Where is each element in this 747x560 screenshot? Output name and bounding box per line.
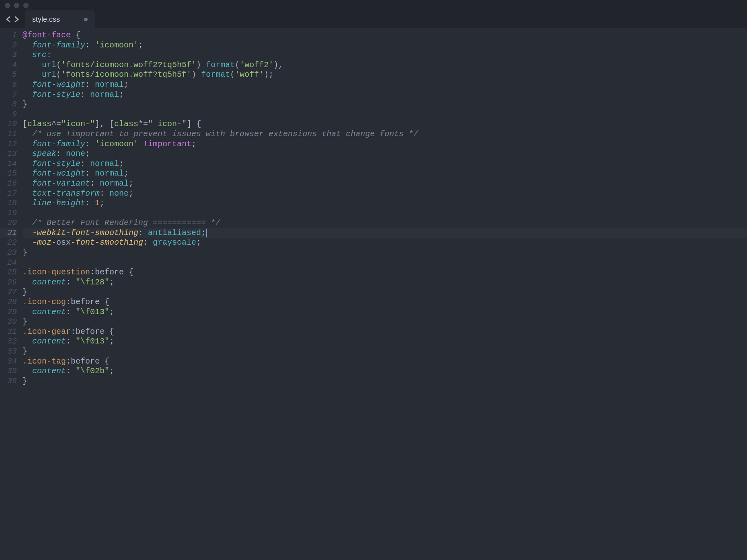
- code-content[interactable]: @font-face { font-family: 'icomoon'; src…: [23, 28, 747, 560]
- token-prop: font-variant: [32, 179, 90, 188]
- nav-forward-icon[interactable]: [14, 16, 19, 22]
- line-number: 13: [0, 149, 17, 159]
- code-line[interactable]: .icon-tag:before {: [23, 357, 747, 367]
- token-punct: (: [235, 60, 240, 69]
- code-line[interactable]: font-style: normal;: [23, 159, 747, 169]
- code-editor[interactable]: 1234567891011121314151617181920212223242…: [0, 28, 747, 560]
- token-str: 'woff2': [240, 60, 273, 69]
- code-line[interactable]: /* use !important to prevent issues with…: [23, 129, 747, 139]
- code-line[interactable]: url('fonts/icomoon.woff2?tq5h5f') format…: [23, 60, 747, 70]
- token-punct: :: [80, 90, 90, 99]
- close-icon[interactable]: [5, 3, 10, 8]
- code-line[interactable]: text-transform: none;: [23, 189, 747, 199]
- code-line[interactable]: font-family: 'icomoon' !important;: [23, 139, 747, 149]
- token-brace: {: [105, 357, 109, 366]
- code-line[interactable]: .icon-question:before {: [23, 268, 747, 278]
- nav-back-icon[interactable]: [6, 16, 11, 22]
- zoom-icon[interactable]: [23, 3, 29, 8]
- token-punct: :: [47, 50, 51, 59]
- token-punct: );: [264, 70, 273, 79]
- token-brace: }: [23, 376, 27, 386]
- code-line[interactable]: }: [23, 100, 747, 110]
- code-line[interactable]: url('fonts/icomoon.woff?tq5h5f') format(…: [23, 70, 747, 80]
- code-line[interactable]: [23, 208, 747, 219]
- code-line[interactable]: font-style: normal;: [23, 90, 747, 100]
- token-punct: :: [80, 159, 90, 168]
- code-line[interactable]: [23, 110, 747, 120]
- toolbar: style.css: [0, 10, 747, 28]
- code-line[interactable]: @font-face {: [23, 31, 747, 41]
- token-str: "\f013": [76, 307, 109, 317]
- code-line[interactable]: content: "\f128";: [23, 278, 747, 288]
- token-str: "icon-": [61, 119, 95, 129]
- token-punct: [23, 50, 32, 59]
- token-punct: [23, 90, 32, 99]
- code-line[interactable]: [class^="icon-"], [class*=" icon-"] {: [23, 119, 747, 129]
- code-line[interactable]: }: [23, 317, 747, 327]
- token-punct: [23, 129, 32, 139]
- token-punct: [138, 139, 143, 149]
- code-line[interactable]: }: [23, 376, 747, 386]
- code-line[interactable]: font-variant: normal;: [23, 179, 747, 189]
- token-brace: }: [23, 287, 27, 296]
- code-line[interactable]: content: "\f013";: [23, 307, 747, 317]
- editor-window: style.css 123456789101112131415161718192…: [0, 0, 747, 560]
- code-line[interactable]: line-height: 1;: [23, 198, 747, 208]
- token-str: 'woff': [235, 70, 264, 79]
- code-line[interactable]: }: [23, 287, 747, 297]
- code-line[interactable]: }: [23, 248, 747, 258]
- code-line[interactable]: -moz-osx-font-smoothing: grayscale;: [23, 238, 747, 248]
- token-punct: ], [: [95, 119, 114, 129]
- code-line[interactable]: font-weight: normal;: [23, 169, 747, 179]
- token-punct: ;: [109, 307, 114, 317]
- token-brace: }: [23, 347, 27, 356]
- token-punct: [23, 149, 32, 158]
- code-line[interactable]: speak: none;: [23, 149, 747, 159]
- line-number: 11: [0, 129, 17, 139]
- token-val: none: [66, 149, 85, 158]
- code-line[interactable]: font-weight: normal;: [23, 80, 747, 90]
- token-punct: [23, 278, 32, 287]
- line-number: 22: [0, 238, 17, 248]
- token-punct: ^=: [51, 119, 61, 129]
- code-line[interactable]: src:: [23, 50, 747, 60]
- token-func: url: [42, 60, 56, 69]
- code-line[interactable]: .icon-cog:before {: [23, 297, 747, 307]
- token-punct: :: [85, 198, 95, 208]
- code-line[interactable]: .icon-gear:before {: [23, 327, 747, 337]
- token-imp: !important: [143, 139, 191, 149]
- token-prop: content: [32, 366, 66, 376]
- code-line[interactable]: /* Better Font Rendering =========== */: [23, 218, 747, 228]
- line-number: 23: [0, 248, 17, 258]
- line-number: 33: [0, 347, 17, 357]
- token-prop: text-transform: [32, 189, 100, 198]
- token-punct: :: [66, 307, 76, 317]
- token-str: 'icomoon': [95, 41, 138, 50]
- line-number-gutter: 1234567891011121314151617181920212223242…: [0, 28, 23, 560]
- token-sel: .icon-cog: [23, 297, 66, 307]
- token-punct: ;: [124, 169, 129, 178]
- token-propv: -font-smoothing: [71, 238, 143, 247]
- token-val: normal: [95, 169, 124, 178]
- code-line[interactable]: [23, 258, 747, 268]
- tab-style-css[interactable]: style.css: [25, 10, 95, 28]
- code-line[interactable]: font-family: 'icomoon';: [23, 41, 747, 51]
- token-str: 'fonts/icomoon.woff2?tq5h5f': [61, 60, 196, 69]
- token-propv: -moz-: [32, 238, 56, 247]
- code-line[interactable]: }: [23, 347, 747, 357]
- line-number: 9: [0, 110, 17, 120]
- code-line[interactable]: -webkit-font-smoothing: antialiased;: [23, 228, 747, 238]
- window-titlebar[interactable]: [0, 0, 747, 10]
- token-punct: [71, 31, 76, 40]
- token-punct: ;: [191, 139, 196, 149]
- token-sel: .icon-gear: [23, 327, 71, 336]
- line-number: 29: [0, 307, 17, 317]
- line-number: 35: [0, 366, 17, 376]
- token-punct: ]: [187, 119, 196, 129]
- code-line[interactable]: content: "\f013";: [23, 337, 747, 347]
- token-punct: :: [85, 139, 95, 149]
- token-punct: :: [85, 41, 95, 50]
- token-prop: font-style: [32, 90, 80, 99]
- minimize-icon[interactable]: [14, 3, 19, 8]
- code-line[interactable]: content: "\f02b";: [23, 366, 747, 376]
